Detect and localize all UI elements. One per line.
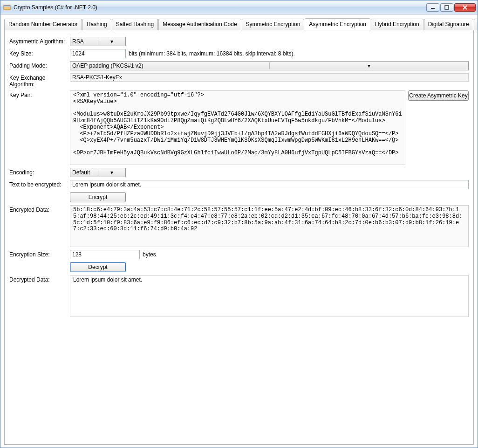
decrypt-button[interactable]: Decrypt (70, 262, 126, 272)
titlebar: Crypto Samples (C# for .NET 2.0) (0, 0, 478, 14)
tab-in-memory-protection[interactable]: In-Memory Protection (474, 19, 478, 30)
tab-asymmetric-encryption[interactable]: Asymmetric Encryption (305, 18, 370, 30)
svg-rect-1 (4, 5, 10, 6)
encoding-select[interactable]: Default ▾ (70, 168, 126, 177)
tab-hashing[interactable]: Hashing (82, 19, 111, 30)
chevron-down-icon: ▾ (98, 169, 126, 176)
tab-digital-signature[interactable]: Digital Signature (424, 19, 473, 30)
app-window: Crypto Samples (C# for .NET 2.0) Random … (0, 0, 478, 448)
label-encoding: Encoding: (9, 168, 70, 176)
label-text-to-encrypt: Text to be encrypted: (9, 180, 70, 188)
label-encryption-size: Encryption Size: (9, 250, 70, 258)
maximize-button[interactable] (440, 3, 453, 12)
encrypted-data-textarea[interactable]: 5b:18:c6:e4:79:3a:4a:53:c7:c8:4e:71:2c:5… (70, 205, 469, 247)
encryption-size-input[interactable] (70, 250, 140, 259)
create-asymmetric-key-button[interactable]: Create Asymmetric Key (408, 90, 469, 101)
decrypted-data-textarea[interactable]: Lorem ipsum dolor sit amet. (70, 275, 469, 317)
key-exchange-algorithm-field[interactable] (70, 73, 469, 82)
app-icon (3, 4, 11, 11)
key-size-hint: bits (minimum: 384 bits, maximum: 16384 … (129, 50, 295, 57)
asymmetric-algorithm-value: RSA (70, 38, 98, 45)
tab-message-authentication-code[interactable]: Message Authentication Code (158, 19, 241, 30)
label-decrypted-data: Decrypted Data: (9, 275, 70, 283)
padding-mode-value: OAEP padding (PKCS#1 v2) (70, 62, 269, 69)
window-title: Crypto Samples (C# for .NET 2.0) (14, 4, 426, 11)
tab-random-number-generator[interactable]: Random Number Generator (4, 19, 82, 30)
tabpanel-asymmetric-encryption: Asymmetric Algorithm: RSA ▾ Key Size: bi… (4, 30, 474, 445)
tab-salted-hashing[interactable]: Salted Hashing (112, 19, 158, 30)
minimize-button[interactable] (426, 3, 439, 12)
label-key-pair: Key Pair: (9, 90, 70, 98)
window-buttons (426, 3, 476, 12)
text-to-encrypt-input[interactable] (70, 180, 469, 189)
encoding-value: Default (70, 169, 98, 176)
svg-rect-3 (445, 6, 449, 9)
label-encrypted-data: Encrypted Data: (9, 205, 70, 213)
label-padding-mode: Padding Mode: (9, 61, 70, 69)
tab-hybrid-encryption[interactable]: Hybrid Encryption (371, 19, 423, 30)
label-asymmetric-algorithm: Asymmetric Algorithm: (9, 37, 70, 45)
close-button[interactable] (454, 3, 476, 12)
padding-mode-select[interactable]: OAEP padding (PKCS#1 v2) ▾ (70, 61, 469, 70)
encrypt-button[interactable]: Encrypt (70, 192, 126, 202)
client-area: Random Number Generator Hashing Salted H… (0, 14, 478, 448)
chevron-down-icon: ▾ (269, 62, 469, 69)
tab-symmetric-encryption[interactable]: Symmetric Encryption (242, 19, 305, 30)
key-pair-textarea[interactable]: <?xml version="1.0" encoding="utf-16"?> … (70, 90, 405, 165)
label-key-exchange-algorithm: Key Exchange Algorithm: (9, 73, 70, 88)
tabstrip: Random Number Generator Hashing Salted H… (4, 18, 474, 30)
key-size-input[interactable] (70, 49, 126, 58)
chevron-down-icon: ▾ (98, 38, 126, 45)
encryption-size-unit: bytes (143, 251, 156, 258)
asymmetric-algorithm-select[interactable]: RSA ▾ (70, 37, 126, 46)
label-key-size: Key Size: (9, 49, 70, 57)
